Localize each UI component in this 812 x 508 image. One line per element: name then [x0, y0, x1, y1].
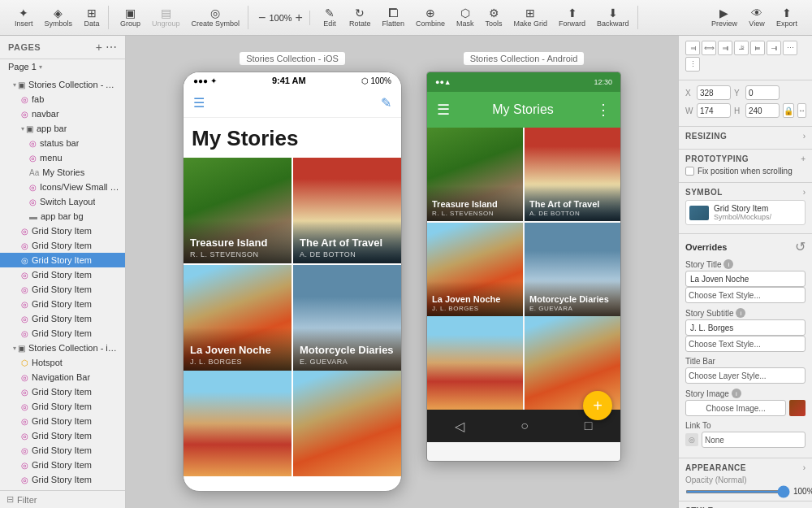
layer-switch-layout[interactable]: ◎ Switch Layout	[0, 194, 125, 209]
android-card-joven[interactable]: La Joven Noche J. L. BORGES	[427, 223, 523, 316]
symbols-button[interactable]: ◈ Symbols	[40, 6, 78, 29]
layer-grid-story-5[interactable]: ◎ Grid Story Item	[0, 297, 125, 311]
distribute-h-button[interactable]: ⋯	[783, 41, 797, 55]
story-card-joven-ios[interactable]: La Joven Noche J. L. BORGES	[184, 265, 292, 371]
align-center-h-button[interactable]: ⟺	[702, 41, 716, 55]
zoom-out-button[interactable]: −	[257, 11, 267, 25]
link-to-select[interactable]: None	[702, 432, 806, 448]
layer-stories-android[interactable]: ▾ ▣ Stories Collection - Andr...	[0, 77, 125, 92]
h-input[interactable]	[745, 103, 780, 118]
ios-list-icon[interactable]: ☰	[193, 95, 205, 111]
w-input[interactable]	[697, 103, 731, 118]
choose-image-button[interactable]: Choose Image...	[685, 400, 786, 416]
view-button[interactable]: 👁 View	[744, 6, 770, 29]
android-back-button[interactable]: ◁	[455, 419, 464, 434]
zoom-in-button[interactable]: +	[294, 11, 304, 25]
story-card-extra1[interactable]	[184, 371, 292, 476]
fab-button[interactable]: +	[583, 391, 612, 420]
filter-input[interactable]	[17, 495, 129, 505]
android-card-extra1[interactable]	[427, 316, 523, 410]
layer-stories-ios[interactable]: ▾ ▣ Stories Collection - iOS	[0, 341, 125, 355]
distribute-v-button[interactable]: ⋮	[685, 57, 700, 72]
align-top-button[interactable]: ⫡	[734, 41, 749, 55]
story-card-extra2[interactable]	[293, 371, 401, 476]
story-subtitle-input[interactable]	[685, 319, 806, 336]
group-button[interactable]: ▣ Group	[115, 6, 145, 29]
appearance-chevron[interactable]: ›	[803, 463, 806, 472]
layer-grid-ios-7[interactable]: ◎ Grid Story Item	[0, 472, 125, 487]
align-bottom-button[interactable]: ⫣	[767, 41, 781, 55]
symbol-preview[interactable]: Grid Story Item Symbol/Mockups/	[685, 200, 806, 225]
layer-menu[interactable]: ◎ menu	[0, 150, 125, 165]
layer-grid-ios-2[interactable]: ◎ Grid Story Item	[0, 399, 125, 414]
fix-position-checkbox[interactable]	[685, 167, 694, 176]
layer-fab[interactable]: ◎ fab	[0, 92, 125, 106]
story-card-moto-ios[interactable]: Motorcycle Diaries E. GUEVARA	[293, 265, 401, 371]
data-button[interactable]: ⊞ Data	[79, 6, 105, 29]
layer-navigation-bar[interactable]: ◎ Navigation Bar	[0, 370, 125, 384]
insert-button[interactable]: ✦ Insert	[10, 6, 38, 29]
make-grid-button[interactable]: ⊞ Make Grid	[509, 6, 553, 29]
create-symbol-button[interactable]: ◎ Create Symbol	[187, 6, 245, 29]
rotate-button[interactable]: ↻ Rotate	[344, 6, 376, 29]
android-home-button[interactable]: ○	[520, 419, 529, 433]
lock-aspect-button[interactable]: 🔒	[783, 103, 794, 118]
x-input[interactable]	[697, 85, 731, 100]
layer-grid-story-6[interactable]: ◎ Grid Story Item	[0, 311, 125, 326]
layer-grid-story-active[interactable]: ◎ Grid Story Item	[0, 253, 125, 267]
export-button[interactable]: ⬆ Export	[771, 6, 802, 29]
story-card-art-ios[interactable]: The Art of Travel A. DE BOTTON	[293, 158, 401, 263]
edit-button[interactable]: ✎ Edit	[317, 6, 343, 29]
flatten-button[interactable]: ⧠ Flatten	[377, 6, 409, 29]
layer-grid-ios-5[interactable]: ◎ Grid Story Item	[0, 443, 125, 458]
pages-menu-button[interactable]: ⋯	[106, 41, 117, 54]
story-subtitle-style-select[interactable]: Choose Text Style...	[685, 336, 806, 352]
layer-navbar[interactable]: ◎ navbar	[0, 106, 125, 121]
android-card-art[interactable]: The Art of Travel A. DE BOTTON	[525, 128, 620, 221]
symbol-chevron[interactable]: ›	[803, 188, 806, 197]
mask-button[interactable]: ⬡ Mask	[451, 6, 479, 29]
layer-grid-story-2[interactable]: ◎ Grid Story Item	[0, 238, 125, 253]
layer-status-bar[interactable]: ◎ status bar	[0, 136, 125, 150]
backward-button[interactable]: ⬇ Backward	[592, 6, 634, 29]
layer-grid-story-3[interactable]: ◎ Grid Story Item	[0, 267, 125, 282]
opacity-slider[interactable]	[685, 490, 790, 493]
add-page-button[interactable]: +	[96, 41, 102, 54]
layer-my-stories[interactable]: Aa My Stories	[0, 165, 125, 180]
flip-button[interactable]: ↔	[797, 103, 806, 118]
tools-button[interactable]: ⚙ Tools	[481, 6, 508, 29]
title-bar-style-select[interactable]: Choose Layer Style...	[685, 367, 806, 384]
story-title-input[interactable]	[685, 271, 806, 287]
preview-button[interactable]: ▶ Preview	[706, 6, 742, 29]
layer-grid-ios-1[interactable]: ◎ Grid Story Item	[0, 384, 125, 399]
layer-icons-view[interactable]: ◎ Icons/View Small List	[0, 180, 125, 194]
layer-app-bar[interactable]: ▾ ▣ app bar	[0, 121, 125, 136]
android-card-treasure[interactable]: Treasure Island R. L. STEVENSON	[427, 128, 523, 221]
android-recent-button[interactable]: □	[585, 419, 593, 433]
ungroup-button[interactable]: ▤ Ungroup	[147, 6, 185, 29]
forward-button[interactable]: ⬆ Forward	[554, 6, 590, 29]
resizing-chevron[interactable]: ›	[803, 132, 806, 141]
android-menu-icon[interactable]: ☰	[437, 101, 450, 119]
story-card-treasure-ios[interactable]: Treasure Island R. L. STEVENSON	[184, 158, 292, 263]
combine-button[interactable]: ⊕ Combine	[411, 6, 450, 29]
layer-grid-ios-3[interactable]: ◎ Grid Story Item	[0, 414, 125, 428]
align-right-button[interactable]: ⫥	[718, 41, 732, 55]
page-selector[interactable]: Page 1 ▾	[0, 59, 125, 74]
layer-app-bar-bg[interactable]: ▬ app bar bg	[0, 209, 125, 224]
layer-grid-story-1[interactable]: ◎ Grid Story Item	[0, 224, 125, 238]
layer-grid-story-7[interactable]: ◎ Grid Story Item	[0, 326, 125, 341]
align-center-v-button[interactable]: ⫢	[750, 41, 765, 55]
layer-grid-ios-6[interactable]: ◎ Grid Story Item	[0, 458, 125, 472]
align-left-button[interactable]: ⫤	[685, 41, 700, 55]
story-title-style-select[interactable]: Choose Text Style...	[685, 287, 806, 303]
android-card-moto[interactable]: Motorcycle Diaries E. GUEVARA	[525, 223, 620, 316]
overrides-reset-button[interactable]: ↺	[795, 239, 806, 254]
layer-hotspot[interactable]: ⬡ Hotspot	[0, 355, 125, 370]
y-input[interactable]	[745, 85, 780, 100]
android-more-icon[interactable]: ⋮	[596, 101, 611, 119]
prototyping-add[interactable]: +	[801, 154, 806, 163]
ios-edit-icon[interactable]: ✎	[381, 95, 391, 111]
layer-grid-ios-4[interactable]: ◎ Grid Story Item	[0, 428, 125, 443]
layer-grid-story-4[interactable]: ◎ Grid Story Item	[0, 282, 125, 297]
